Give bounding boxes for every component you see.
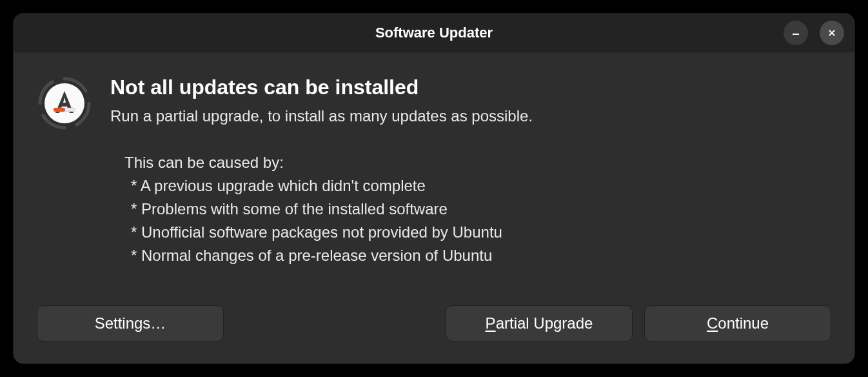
cause-item: * Unofficial software packages not provi… [124,221,831,244]
window-controls [784,21,844,45]
titlebar: Software Updater [14,14,854,52]
cause-item: * Problems with some of the installed so… [124,198,831,221]
settings-label: Settings… [95,314,166,332]
minimize-icon [791,28,801,38]
minimize-button[interactable] [784,21,808,45]
spacer [235,305,434,341]
software-updater-icon [37,76,92,131]
cause-item: * Normal changes of a pre-release versio… [124,244,831,267]
text-column: Not all updates can be installed Run a p… [110,76,831,292]
cause-item: * A previous upgrade which didn't comple… [124,174,831,198]
causes-intro: This can be caused by: [124,151,831,174]
dialog-heading: Not all updates can be installed [110,76,831,99]
partial-upgrade-button[interactable]: Partial Upgrade [446,305,633,341]
causes-section: This can be caused by: * A previous upgr… [110,151,831,267]
dialog-subheading: Run a partial upgrade, to install as man… [110,107,831,125]
close-button[interactable] [820,21,844,45]
svg-rect-5 [54,108,65,112]
close-icon [827,28,837,38]
content-area: Not all updates can be installed Run a p… [14,52,854,292]
settings-button[interactable]: Settings… [37,305,224,341]
window-title: Software Updater [375,25,493,41]
continue-button[interactable]: Continue [644,305,831,341]
button-bar: Settings… Partial Upgrade Continue [14,292,854,363]
icon-column [37,76,92,292]
dialog-window: Software Updater [13,13,855,364]
